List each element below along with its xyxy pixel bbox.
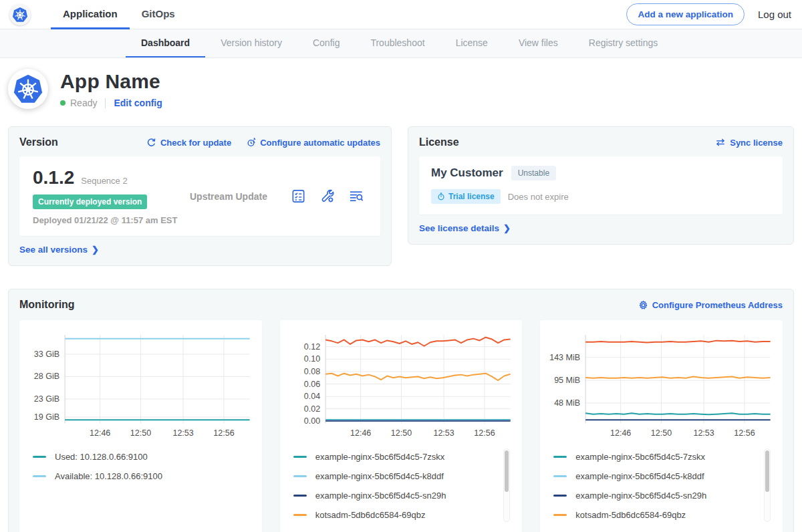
subnav-tab-registry-settings[interactable]: Registry settings: [573, 29, 673, 57]
svg-text:48 MiB: 48 MiB: [554, 398, 580, 408]
status-badge: Ready: [70, 98, 97, 108]
legend-swatch: [293, 495, 307, 497]
svg-text:12:53: 12:53: [172, 428, 193, 438]
legend-label: example-nginx-5bc6f5d4c5-sn29h: [315, 491, 446, 501]
svg-text:143 MiB: 143 MiB: [550, 353, 581, 362]
kubernetes-icon: [13, 74, 43, 104]
subnav-tab-license[interactable]: License: [440, 29, 503, 57]
svg-text:95 MiB: 95 MiB: [554, 376, 580, 385]
configure-automatic-updates-link[interactable]: Configure automatic updates: [246, 138, 380, 148]
legend-label: Available: 10.128.0.66:9100: [55, 471, 162, 481]
page-title: App Name: [60, 70, 162, 93]
svg-text:0.08: 0.08: [303, 367, 319, 376]
see-license-details-link[interactable]: See license details❯: [419, 223, 783, 233]
svg-text:0.12: 0.12: [303, 342, 319, 352]
chart-card-cpu-usage: 0.000.020.040.060.080.100.1212:4612:5012…: [280, 320, 523, 532]
chart-plot: 48 MiB95 MiB143 MiB12:4612:5012:5312:56: [547, 328, 776, 440]
add-application-button[interactable]: Add a new application: [626, 3, 745, 25]
sync-license-link[interactable]: Sync license: [715, 138, 783, 148]
currently-deployed-badge: Currently deployed version: [33, 194, 147, 209]
svg-text:12:53: 12:53: [694, 428, 714, 438]
subnav-tab-view-files[interactable]: View files: [503, 29, 573, 57]
chart-card-memory-usage: 48 MiB95 MiB143 MiB12:4612:5012:5312:56e…: [540, 320, 783, 532]
legend-item: example-nginx-5bc6f5d4c5-7zskx: [553, 447, 757, 467]
status-dot: [60, 100, 65, 106]
legend-scrollbar[interactable]: [503, 448, 510, 522]
legend-swatch: [553, 475, 567, 477]
chart-plot: 0.000.020.040.060.080.100.1212:4612:5012…: [287, 328, 516, 440]
gear-icon: [638, 300, 648, 310]
svg-text:33 GiB: 33 GiB: [34, 350, 59, 359]
stopwatch-icon: [437, 192, 445, 201]
svg-text:28 GiB: 28 GiB: [34, 372, 59, 381]
svg-text:12:56: 12:56: [474, 428, 495, 438]
monitoring-card: Monitoring Configure Prometheus Address …: [8, 289, 794, 532]
legend-item: example-nginx-5bc6f5d4c5-7zskx: [293, 447, 497, 467]
legend-item: example-nginx-5bc6f5d4c5-sn29h: [293, 486, 497, 505]
chart-legend: example-nginx-5bc6f5d4c5-7zskxexample-ng…: [293, 447, 512, 526]
legend-item: example-nginx-5bc6f5d4c5-k8ddf: [293, 467, 497, 486]
customer-name: My Customer: [431, 166, 503, 180]
legend-swatch: [553, 456, 567, 458]
license-card-title: License: [419, 136, 459, 148]
chart-card-disk-usage: 19 GiB23 GiB28 GiB33 GiB12:4612:5012:531…: [19, 320, 262, 532]
legend-scrollbar-thumb[interactable]: [765, 450, 769, 492]
svg-text:12:46: 12:46: [610, 428, 631, 438]
legend-label: example-nginx-5bc6f5d4c5-7zskx: [315, 452, 445, 462]
charts-row: 19 GiB23 GiB28 GiB33 GiB12:4612:5012:531…: [19, 320, 783, 532]
configure-prometheus-link[interactable]: Configure Prometheus Address: [638, 300, 783, 310]
license-type-badge: Trial license: [431, 189, 501, 204]
logout-button[interactable]: Log out: [758, 9, 791, 20]
svg-text:19 GiB: 19 GiB: [34, 412, 59, 422]
edit-config-link[interactable]: Edit config: [114, 98, 162, 108]
legend-label: example-nginx-5bc6f5d4c5-7zskx: [575, 452, 705, 462]
license-expiry: Does not expire: [508, 192, 569, 202]
version-sequence: Sequence 2: [81, 176, 127, 186]
chevron-right-icon: ❯: [503, 223, 511, 233]
svg-text:0.10: 0.10: [303, 354, 319, 364]
sync-icon: [715, 138, 726, 147]
topnav-tabs: ApplicationGitOps: [51, 0, 187, 29]
legend-item: kotsadm-5db6dc6584-69qbz: [293, 505, 497, 525]
legend-swatch: [293, 456, 307, 458]
svg-text:12:50: 12:50: [130, 428, 151, 438]
svg-text:0.04: 0.04: [303, 392, 319, 401]
deployed-timestamp: Deployed 01/21/22 @ 11:57 am EST: [33, 215, 190, 225]
refresh-icon: [146, 138, 156, 148]
svg-text:12:50: 12:50: [391, 428, 412, 438]
app-logo: [8, 69, 48, 109]
see-all-versions-link[interactable]: See all versions❯: [19, 245, 380, 255]
version-source-label: Upstream Update: [190, 191, 291, 202]
svg-text:0.06: 0.06: [303, 380, 319, 389]
svg-text:23 GiB: 23 GiB: [34, 394, 59, 404]
legend-swatch: [553, 495, 567, 497]
view-logs-icon[interactable]: [348, 188, 364, 204]
legend-swatch: [293, 514, 307, 516]
svg-text:12:46: 12:46: [90, 428, 110, 438]
topnav-tab-gitops[interactable]: GitOps: [130, 0, 187, 29]
legend-label: example-nginx-5bc6f5d4c5-sn29h: [575, 491, 706, 501]
update-schedule-icon: [246, 138, 256, 148]
channel-badge: Unstable: [511, 166, 556, 180]
chart-legend: example-nginx-5bc6f5d4c5-7zskxexample-ng…: [553, 447, 772, 526]
legend-scrollbar-thumb[interactable]: [505, 450, 509, 492]
check-for-update-link[interactable]: Check for update: [146, 138, 231, 148]
config-wrench-icon[interactable]: [319, 188, 335, 204]
legend-scrollbar[interactable]: [764, 448, 771, 522]
svg-text:12:56: 12:56: [213, 428, 234, 438]
subnav-tab-version-history[interactable]: Version history: [205, 29, 297, 57]
legend-label: kotsadm-5db6dc6584-69qbz: [575, 510, 686, 520]
subnav-tab-config[interactable]: Config: [297, 29, 355, 57]
chevron-right-icon: ❯: [92, 245, 99, 255]
subnav-tab-dashboard[interactable]: Dashboard: [126, 29, 205, 57]
svg-text:12:50: 12:50: [651, 428, 672, 438]
version-number: 0.1.2: [33, 167, 74, 188]
svg-text:0.00: 0.00: [303, 416, 319, 426]
legend-swatch: [33, 475, 46, 477]
legend-label: Used: 10.128.0.66:9100: [55, 452, 148, 462]
divider: [105, 98, 106, 108]
topnav-tab-application[interactable]: Application: [51, 0, 130, 29]
kubernetes-logo-small[interactable]: [9, 4, 31, 25]
subnav-tab-troubleshoot[interactable]: Troubleshoot: [355, 29, 440, 57]
preflight-checks-icon[interactable]: [291, 188, 306, 204]
